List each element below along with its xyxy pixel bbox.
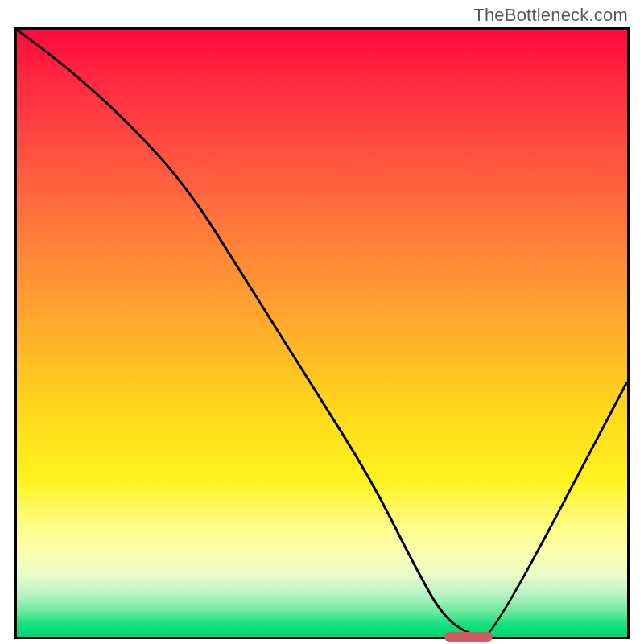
optimal-range-marker xyxy=(444,632,493,642)
chart-gradient-background xyxy=(17,30,627,637)
watermark-text: TheBottleneck.com xyxy=(473,5,628,26)
chart-frame xyxy=(14,27,630,639)
